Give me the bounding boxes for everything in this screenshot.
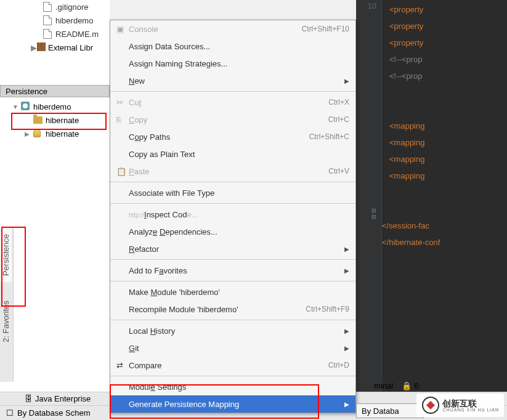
code-token: <mapping: [389, 138, 424, 147]
persistence-module-hiberdemo[interactable]: ▼ hiberdemo: [0, 100, 110, 113]
menu-inspect-code[interactable]: http://Inspect Code...: [110, 206, 355, 223]
chevron-right-icon: ▶: [25, 131, 33, 137]
menu-label: Analyze Dependencies...: [129, 227, 349, 236]
menu-label: Copy as Plain Text: [129, 150, 349, 159]
tab-java-enterprise[interactable]: Java Enterprise: [35, 394, 91, 403]
shortcut: Ctrl+D: [328, 361, 349, 370]
submenu-label: By Databa: [362, 406, 399, 416]
tree-file-gitignore[interactable]: .gitignore: [12, 0, 110, 14]
persistence-unit-hibernate-2[interactable]: ▶ hibernate: [0, 127, 110, 140]
panel-title: Persistence: [6, 87, 47, 96]
code-token: <mapping: [389, 155, 424, 164]
menu-separator: [110, 91, 355, 92]
menu-label: Refactor: [129, 244, 342, 254]
code-token: <property: [389, 38, 423, 47]
menu-assign-data-sources[interactable]: Assign Data Sources...: [110, 38, 355, 55]
module-label: hiberdemo: [33, 102, 71, 111]
vtab-label: 2: Favorites: [1, 301, 10, 342]
vertical-tab-favorites[interactable]: 2: Favorites: [0, 294, 12, 349]
menu-compare[interactable]: ⇄ Compare Ctrl+D: [110, 357, 355, 374]
menu-label: Make Module 'hiberdemo': [129, 288, 349, 297]
tree-file-hiberdemo[interactable]: hiberdemo: [12, 14, 110, 27]
shortcut: Ctrl+Shift+C: [309, 132, 349, 141]
line-number: 10: [356, 1, 376, 10]
tree-external-libraries[interactable]: ▶ External Libr: [12, 41, 110, 54]
menu-separator: [110, 281, 355, 281]
menu-analyze-deps[interactable]: Analyze Dependencies...: [110, 223, 355, 240]
menu-label: Generate Persistence Mapping: [129, 400, 342, 409]
submenu-arrow-icon: ▶: [342, 246, 349, 252]
watermark-text: 创新互联: [442, 399, 499, 408]
menu-generate-persistence-mapping[interactable]: Generate Persistence Mapping ▶: [110, 395, 355, 413]
menu-add-favorites[interactable]: Add to Favorites ▶: [110, 262, 355, 279]
menu-label: Copy Paths: [129, 132, 309, 142]
editor-gutter: 10 ⊟ ⊟: [356, 0, 382, 403]
folder-icon: [33, 115, 43, 125]
file-icon: [43, 15, 53, 25]
submenu-arrow-icon: ▶: [342, 267, 349, 274]
tree-label: External Libr: [48, 43, 93, 52]
code-token: </hibernate-conf: [382, 238, 440, 247]
library-icon: [37, 42, 46, 53]
unit-label: hibernate: [46, 129, 79, 139]
menu-label: Git: [129, 344, 342, 353]
menu-copy[interactable]: ⎘ Copy Ctrl+C: [110, 111, 355, 128]
menu-module-settings[interactable]: Module Settings: [110, 378, 355, 395]
vertical-tab-persistence[interactable]: Persistence: [0, 228, 12, 282]
fold-icon[interactable]: ⊟: [356, 208, 376, 214]
tab-terminal[interactable]: minal: [374, 381, 393, 390]
menu-label: Console: [129, 25, 302, 34]
menu-label: Module Settings: [129, 382, 349, 392]
shortcut: Ctrl+V: [328, 167, 349, 176]
submenu-arrow-icon: ▶: [342, 401, 349, 408]
shortcut: Ctrl+Shift+F10: [302, 25, 349, 33]
paste-icon: 📋: [116, 167, 129, 176]
shortcut: Ctrl+C: [328, 115, 349, 124]
tree-label: hiberdemo: [55, 16, 93, 25]
context-menu: ▣ Console Ctrl+Shift+F10 Assign Data Sou…: [110, 20, 356, 413]
code-token: </session-fac: [382, 221, 429, 230]
code-token: <mapping: [389, 121, 424, 131]
file-icon: [43, 29, 53, 39]
code-editor[interactable]: 10 ⊟ ⊟ <property <property <property <!-…: [356, 0, 507, 403]
module-icon: [21, 102, 31, 111]
db-icon: [33, 129, 43, 139]
menu-cut[interactable]: ✂ Cut Ctrl+X: [110, 94, 355, 111]
menu-new[interactable]: New ▶: [110, 72, 355, 89]
menu-paste[interactable]: 📋 Paste Ctrl+V: [110, 163, 355, 180]
submenu-by-database[interactable]: By Databa: [357, 404, 423, 418]
menu-label: Assign Naming Strategies...: [129, 59, 349, 68]
menu-recompile-module[interactable]: Recompile Module 'hiberdemo' Ctrl+Shift+…: [110, 301, 355, 318]
menu-refactor[interactable]: Refactor ▶: [110, 240, 355, 257]
console-icon: ▣: [116, 25, 129, 34]
tree-file-readme[interactable]: README.m: [12, 27, 110, 41]
menu-make-module[interactable]: Make Module 'hiberdemo': [110, 283, 355, 301]
persistence-unit-hibernate[interactable]: hibernate: [0, 113, 110, 127]
menu-label: Local History: [129, 326, 342, 336]
menu-label: Compare: [129, 361, 328, 370]
menu-separator: [110, 203, 355, 204]
unit-label: hibernate: [46, 116, 79, 125]
menu-label: Assign Data Sources...: [129, 42, 349, 51]
menu-git[interactable]: Git ▶: [110, 339, 355, 357]
enterprise-icon: 🗄: [25, 394, 33, 403]
file-icon: [43, 2, 53, 12]
fold-icon[interactable]: ⊟: [356, 214, 376, 220]
menu-label: Add to Favorites: [129, 266, 342, 275]
menu-label: Associate with File Type: [129, 188, 349, 198]
shortcut: Ctrl+X: [328, 98, 349, 107]
code-comment: <!--<prop: [389, 55, 422, 64]
menu-console[interactable]: ▣ Console Ctrl+Shift+F10: [110, 20, 355, 38]
tree-label: README.m: [55, 30, 99, 39]
code-comment: <!--<prop: [389, 71, 422, 81]
menu-copy-plain[interactable]: Copy as Plain Text: [110, 145, 355, 163]
watermark-logo-icon: [421, 396, 440, 414]
menu-associate-file-type[interactable]: Associate with File Type: [110, 184, 355, 201]
persistence-panel-header[interactable]: Persistence: [0, 85, 110, 97]
status-text: By Database Schem: [17, 408, 91, 418]
editor-content[interactable]: <property <property <property <!--<prop …: [382, 0, 507, 251]
menu-separator: [110, 259, 355, 260]
menu-assign-naming[interactable]: Assign Naming Strategies...: [110, 55, 355, 72]
menu-copy-paths[interactable]: Copy Paths Ctrl+Shift+C: [110, 128, 355, 145]
menu-local-history[interactable]: Local History ▶: [110, 322, 355, 339]
